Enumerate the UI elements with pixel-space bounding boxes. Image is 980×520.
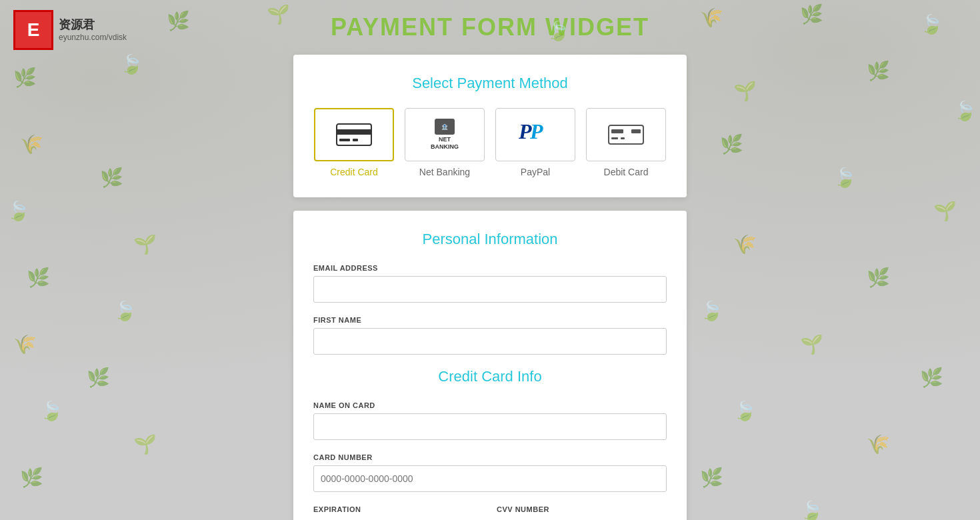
paypal-icon: P P — [515, 119, 555, 151]
credit-card-label: Credit Card — [330, 167, 378, 177]
expiration-group: EXPIRATION — [313, 505, 483, 517]
personal-section-title: Personal Information — [313, 231, 667, 248]
first-name-group: FIRST NAME — [313, 316, 667, 355]
net-banking-icon-box[interactable]: 🏦 NETBANKING — [405, 108, 485, 161]
svg-rect-8 — [611, 137, 618, 139]
debit-card-icon-box[interactable] — [586, 108, 666, 161]
card-number-input[interactable] — [313, 465, 667, 492]
credit-card-icon-box[interactable] — [314, 108, 394, 161]
payment-method-credit-card[interactable]: Credit Card — [314, 108, 394, 177]
payment-section-title: Select Payment Method — [313, 75, 667, 92]
name-on-card-input[interactable] — [313, 413, 667, 440]
svg-rect-7 — [611, 129, 623, 133]
name-on-card-label: NAME ON CARD — [313, 401, 667, 409]
svg-rect-2 — [339, 139, 350, 141]
svg-rect-6 — [609, 125, 643, 144]
svg-text:P: P — [529, 119, 543, 143]
svg-rect-10 — [631, 129, 641, 133]
paypal-label: PayPal — [521, 167, 550, 177]
svg-rect-3 — [353, 139, 358, 141]
payment-method-card: Select Payment Method Credit Card — [293, 55, 687, 197]
logo-sub-text: eyunzhu.com/vdisk — [59, 33, 127, 42]
card-number-label: CARD NUMBER — [313, 453, 667, 461]
name-on-card-group: NAME ON CARD — [313, 401, 667, 440]
payment-method-paypal[interactable]: P P PayPal — [495, 108, 575, 177]
card-number-group: CARD NUMBER — [313, 453, 667, 492]
page-title: PAYMENT FORM WIDGET — [331, 13, 649, 41]
debit-card-icon — [607, 123, 645, 147]
cvv-group: CVV NUMBER — [497, 505, 667, 517]
email-label: EMAIL ADDRESS — [313, 264, 667, 272]
form-card: Personal Information EMAIL ADDRESS FIRST… — [293, 211, 687, 520]
payment-method-debit-card[interactable]: Debit Card — [586, 108, 666, 177]
net-banking-label: Net Banking — [419, 167, 470, 177]
logo: E 资源君 eyunzhu.com/vdisk — [13, 10, 127, 50]
payment-method-net-banking[interactable]: 🏦 NETBANKING Net Banking — [405, 108, 485, 177]
debit-card-label: Debit Card — [604, 167, 649, 177]
paypal-icon-box[interactable]: P P — [495, 108, 575, 161]
first-name-input[interactable] — [313, 328, 667, 355]
payment-methods-container: Credit Card 🏦 NETBANKING Net Banking — [313, 108, 667, 177]
expiry-cvv-row: EXPIRATION CVV NUMBER — [313, 505, 667, 520]
card-section-title: Credit Card Info — [313, 368, 667, 385]
email-input[interactable] — [313, 276, 667, 303]
logo-letter: E — [13, 10, 53, 50]
first-name-label: FIRST NAME — [313, 316, 667, 324]
logo-main-text: 资源君 — [59, 18, 127, 33]
credit-card-icon — [335, 121, 373, 148]
cvv-label: CVV NUMBER — [497, 505, 667, 513]
svg-rect-1 — [337, 129, 371, 135]
expiration-label: EXPIRATION — [313, 505, 483, 513]
email-group: EMAIL ADDRESS — [313, 264, 667, 303]
svg-rect-9 — [621, 137, 625, 139]
